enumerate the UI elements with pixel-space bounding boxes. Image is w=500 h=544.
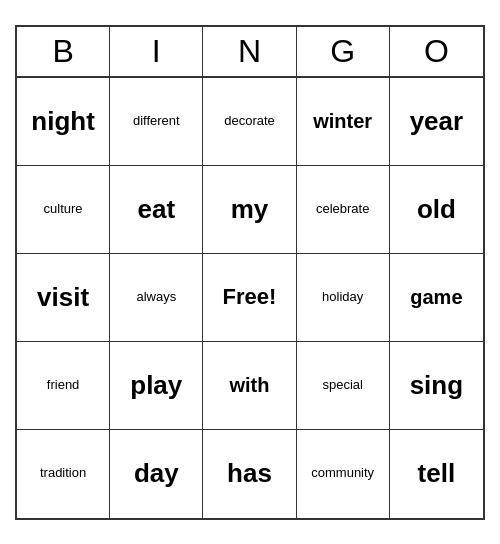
cell-text: winter xyxy=(313,110,372,132)
header-letter: I xyxy=(110,27,203,76)
bingo-cell: has xyxy=(203,430,296,518)
bingo-cell: night xyxy=(17,78,110,166)
bingo-cell: day xyxy=(110,430,203,518)
cell-text: night xyxy=(31,107,95,136)
bingo-cell: tell xyxy=(390,430,483,518)
bingo-cell: celebrate xyxy=(297,166,390,254)
cell-text: tell xyxy=(418,459,456,488)
bingo-card: BINGO nightdifferentdecoratewinteryearcu… xyxy=(15,25,485,520)
header-letter: B xyxy=(17,27,110,76)
bingo-cell: play xyxy=(110,342,203,430)
bingo-cell: friend xyxy=(17,342,110,430)
cell-text: special xyxy=(322,378,362,392)
cell-text: with xyxy=(229,374,269,396)
cell-text: community xyxy=(311,466,374,480)
cell-text: friend xyxy=(47,378,80,392)
bingo-cell: holiday xyxy=(297,254,390,342)
cell-text: year xyxy=(410,107,464,136)
bingo-cell: community xyxy=(297,430,390,518)
cell-text: eat xyxy=(138,195,176,224)
cell-text: culture xyxy=(44,202,83,216)
cell-text: day xyxy=(134,459,179,488)
cell-text: has xyxy=(227,459,272,488)
header-letter: G xyxy=(297,27,390,76)
cell-text: tradition xyxy=(40,466,86,480)
header-letter: O xyxy=(390,27,483,76)
bingo-cell: different xyxy=(110,78,203,166)
bingo-cell: game xyxy=(390,254,483,342)
bingo-cell: Free! xyxy=(203,254,296,342)
bingo-cell: my xyxy=(203,166,296,254)
bingo-cell: eat xyxy=(110,166,203,254)
bingo-cell: tradition xyxy=(17,430,110,518)
cell-text: sing xyxy=(410,371,463,400)
bingo-header: BINGO xyxy=(17,27,483,78)
bingo-cell: sing xyxy=(390,342,483,430)
bingo-cell: decorate xyxy=(203,78,296,166)
bingo-grid: nightdifferentdecoratewinteryearculturee… xyxy=(17,78,483,518)
cell-text: visit xyxy=(37,283,89,312)
cell-text: play xyxy=(130,371,182,400)
bingo-cell: old xyxy=(390,166,483,254)
bingo-cell: with xyxy=(203,342,296,430)
cell-text: Free! xyxy=(223,285,277,309)
cell-text: old xyxy=(417,195,456,224)
cell-text: holiday xyxy=(322,290,363,304)
cell-text: celebrate xyxy=(316,202,369,216)
cell-text: my xyxy=(231,195,269,224)
bingo-cell: special xyxy=(297,342,390,430)
cell-text: always xyxy=(136,290,176,304)
bingo-cell: always xyxy=(110,254,203,342)
bingo-cell: winter xyxy=(297,78,390,166)
cell-text: decorate xyxy=(224,114,275,128)
cell-text: different xyxy=(133,114,180,128)
bingo-cell: visit xyxy=(17,254,110,342)
bingo-cell: year xyxy=(390,78,483,166)
header-letter: N xyxy=(203,27,296,76)
cell-text: game xyxy=(410,286,462,308)
bingo-cell: culture xyxy=(17,166,110,254)
